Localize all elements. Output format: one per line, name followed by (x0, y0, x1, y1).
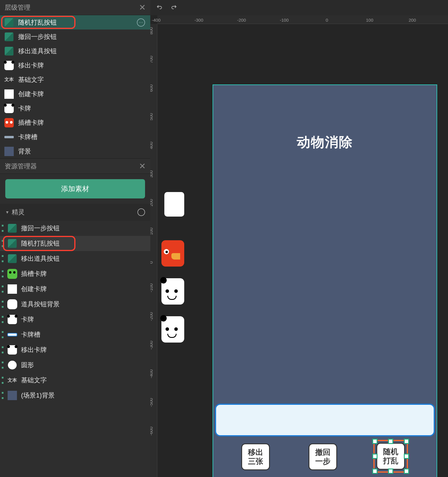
drag-handle-icon[interactable] (2, 270, 4, 277)
asset-item[interactable]: 圆形 (0, 357, 150, 373)
game-button-shuffle[interactable]: 随机打乱 (376, 443, 405, 470)
asset-item-label: 移出道具按钮 (21, 254, 60, 263)
ruler-horizontal: -500-400-300-200-1000100200300400 (157, 15, 448, 24)
ruler-tick: 100 (366, 18, 373, 23)
game-button-remove[interactable]: 移出三张 (241, 443, 270, 470)
asset-item[interactable]: 撤回一步按钮 (0, 221, 150, 236)
ruler-tick: 500 (150, 113, 154, 120)
game-title: 动物消除 (297, 133, 353, 151)
asset-item[interactable]: 随机打乱按钮 (0, 236, 150, 251)
hierarchy-item[interactable]: 创建卡牌 (0, 87, 150, 101)
hierarchy-item[interactable]: 撤回一步按钮 (0, 30, 150, 44)
drag-handle-icon[interactable] (2, 286, 4, 293)
hierarchy-title: 层级管理 (5, 3, 30, 12)
background-icon (4, 146, 14, 156)
asset-item[interactable]: 创建卡牌 (0, 281, 150, 297)
drag-handle-icon[interactable] (2, 255, 4, 262)
circle-icon (7, 360, 18, 370)
canvas-object[interactable] (161, 278, 184, 305)
asset-item[interactable]: 移出卡牌 (0, 342, 150, 357)
asset-panel: 资源管理器 ✕ 添加素材 ▼ 精灵 撤回一步按钮 (0, 158, 150, 477)
cardslot-icon (7, 329, 18, 340)
asset-item[interactable]: 移出道具按钮 (0, 251, 150, 266)
stage[interactable]: 动物消除 移出三张 撤回一步 随机打乱 (213, 84, 437, 477)
panda-icon (7, 345, 18, 355)
panda-icon (4, 103, 14, 113)
drag-handle-icon[interactable] (2, 301, 4, 308)
more-icon[interactable]: ⋯ (137, 18, 145, 27)
ruler-tick: 400 (150, 142, 154, 149)
card-slot-bar[interactable] (215, 404, 435, 436)
game-button-undo[interactable]: 撤回一步 (309, 443, 337, 470)
asset-item[interactable]: (场景1)背景 (0, 388, 150, 403)
hierarchy-item-label: 背景 (18, 147, 146, 156)
hierarchy-item[interactable]: 移出道具按钮 (0, 44, 150, 58)
asset-item[interactable]: 文本 基础文字 (0, 373, 150, 388)
hierarchy-item-label: 卡牌槽 (18, 133, 146, 141)
text-icon: 文本 (7, 375, 18, 386)
asset-item[interactable]: 道具按钮背景 (0, 297, 150, 312)
hierarchy-item-label: 随机打乱按钮 (18, 18, 133, 27)
asset-item-label: 撤回一步按钮 (21, 224, 60, 233)
ruler-tick: 800 (150, 27, 154, 34)
hierarchy-item[interactable]: 卡牌槽 (0, 130, 150, 144)
ruler-tick: -100 (150, 284, 154, 292)
ruler-tick: -600 (150, 427, 154, 435)
hierarchy-list: 随机打乱按钮 ⋯ 撤回一步按钮 移出道具按钮 移出卡牌 文本 基础文字 (0, 15, 150, 158)
hierarchy-item[interactable]: 移出卡牌 (0, 58, 150, 72)
ruler-tick: -400 (152, 18, 161, 23)
undo-icon[interactable] (156, 4, 163, 11)
viewport[interactable]: 动物消除 移出三张 撤回一步 随机打乱 (157, 24, 448, 477)
sidebar: 层级管理 ✕ 随机打乱按钮 ⋯ 撤回一步按钮 移出道具按钮 (0, 0, 150, 477)
add-asset-label: 添加素材 (61, 184, 89, 193)
hierarchy-item[interactable]: 插槽卡牌 (0, 115, 150, 130)
sprite-group-header[interactable]: ▼ 精灵 (0, 204, 150, 221)
ruler-tick: -200 (150, 312, 154, 321)
close-icon[interactable]: ✕ (139, 4, 146, 12)
asset-item-label: (场景1)背景 (21, 391, 55, 400)
hierarchy-item-label: 创建卡牌 (18, 90, 146, 98)
cube-icon (4, 32, 14, 42)
hierarchy-item[interactable]: 背景 (0, 144, 150, 158)
text-icon: 文本 (4, 75, 14, 85)
parrot-icon (4, 118, 14, 128)
hierarchy-item[interactable]: 卡牌 (0, 101, 150, 115)
hierarchy-item[interactable]: 随机打乱按钮 ⋯ (0, 15, 150, 30)
hierarchy-item[interactable]: 文本 基础文字 (0, 72, 150, 87)
asset-item-label: 随机打乱按钮 (21, 239, 60, 248)
button-label: 随机打乱 (383, 447, 398, 465)
slot-icon (4, 132, 14, 142)
cube-icon (7, 238, 18, 249)
cube-icon (4, 46, 14, 56)
asset-item[interactable]: 卡牌槽 (0, 327, 150, 342)
drag-handle-icon[interactable] (2, 346, 4, 353)
asset-item[interactable]: 插槽卡牌 (0, 266, 150, 281)
hierarchy-item-label: 移出卡牌 (18, 61, 146, 70)
asset-item-label: 创建卡牌 (21, 285, 47, 293)
drag-handle-icon[interactable] (2, 331, 4, 338)
canvas-object[interactable] (164, 192, 184, 217)
asset-panel-header: 资源管理器 ✕ (0, 159, 150, 174)
asset-list: 撤回一步按钮 随机打乱按钮 移出道具按钮 插槽卡牌 (0, 221, 150, 477)
cube-icon (7, 223, 18, 234)
hierarchy-item-label: 撤回一步按钮 (18, 32, 146, 41)
drag-handle-icon[interactable] (2, 392, 4, 399)
canvas-object[interactable] (161, 316, 184, 343)
ruler-tick: 600 (150, 84, 154, 92)
drag-handle-icon[interactable] (2, 377, 4, 384)
drag-handle-icon[interactable] (2, 240, 4, 247)
palette-icon[interactable] (137, 208, 145, 216)
drag-handle-icon[interactable] (2, 316, 4, 323)
canvas-object[interactable] (161, 240, 184, 267)
add-asset-button[interactable]: 添加素材 (5, 179, 145, 198)
drag-handle-icon[interactable] (2, 225, 4, 232)
close-icon[interactable]: ✕ (139, 162, 146, 170)
drag-handle-icon[interactable] (2, 362, 4, 369)
redo-icon[interactable] (170, 4, 178, 11)
canvas-area: -500-400-300-200-1000100200300400 800700… (150, 0, 448, 477)
asset-item[interactable]: 卡牌 (0, 312, 150, 327)
asset-item-label: 圆形 (21, 361, 34, 369)
ruler-tick: -200 (237, 18, 246, 23)
hierarchy-item-label: 移出道具按钮 (18, 47, 146, 56)
ruler-tick: 300 (150, 170, 154, 178)
